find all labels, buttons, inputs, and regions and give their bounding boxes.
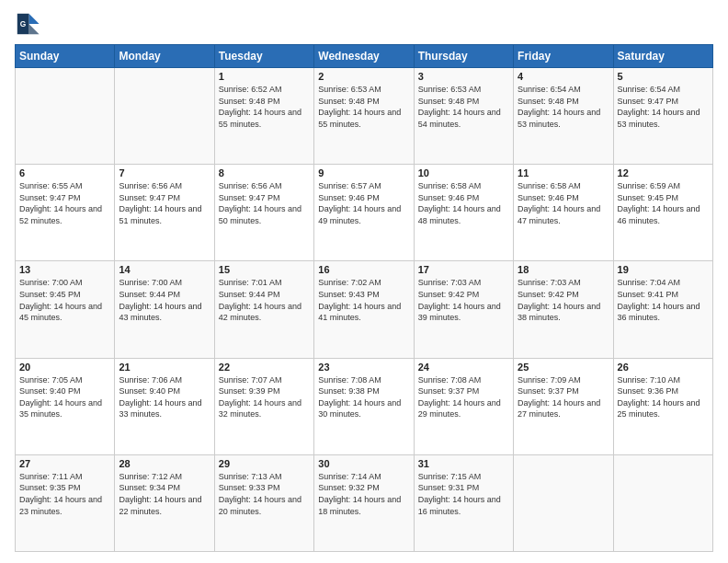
calendar-week-2: 6Sunrise: 6:55 AMSunset: 9:47 PMDaylight… xyxy=(16,165,713,261)
day-number: 29 xyxy=(219,458,310,469)
cell-info: Sunrise: 6:54 AMSunset: 9:48 PMDaylight:… xyxy=(518,84,609,130)
calendar-cell: 23Sunrise: 7:08 AMSunset: 9:38 PMDayligh… xyxy=(314,358,414,454)
day-number: 19 xyxy=(618,264,709,275)
page: G SundayMondayTuesdayWednesdayThursdayFr… xyxy=(0,0,728,563)
cell-info: Sunrise: 7:10 AMSunset: 9:36 PMDaylight:… xyxy=(618,374,709,420)
calendar-cell: 5Sunrise: 6:54 AMSunset: 9:47 PMDaylight… xyxy=(613,68,712,165)
day-number: 11 xyxy=(518,167,609,178)
day-number: 1 xyxy=(219,71,310,82)
day-number: 31 xyxy=(418,458,509,469)
day-number: 21 xyxy=(119,362,210,373)
day-number: 8 xyxy=(219,167,310,178)
day-number: 28 xyxy=(119,458,210,469)
calendar-cell: 10Sunrise: 6:58 AMSunset: 9:46 PMDayligh… xyxy=(414,165,513,261)
day-number: 16 xyxy=(318,264,409,275)
day-number: 23 xyxy=(318,362,409,373)
calendar-cell: 26Sunrise: 7:10 AMSunset: 9:36 PMDayligh… xyxy=(613,358,712,454)
calendar-table: SundayMondayTuesdayWednesdayThursdayFrid… xyxy=(15,44,713,552)
day-number: 3 xyxy=(418,71,509,82)
weekday-tuesday: Tuesday xyxy=(214,45,313,68)
day-number: 10 xyxy=(418,167,509,178)
calendar-week-5: 27Sunrise: 7:11 AMSunset: 9:35 PMDayligh… xyxy=(16,454,713,551)
cell-info: Sunrise: 7:08 AMSunset: 9:37 PMDaylight:… xyxy=(418,374,509,420)
calendar-cell xyxy=(514,454,613,551)
cell-info: Sunrise: 6:54 AMSunset: 9:47 PMDaylight:… xyxy=(618,84,709,130)
day-number: 12 xyxy=(618,167,709,178)
calendar-cell: 2Sunrise: 6:53 AMSunset: 9:48 PMDaylight… xyxy=(314,68,414,165)
calendar-week-4: 20Sunrise: 7:05 AMSunset: 9:40 PMDayligh… xyxy=(16,358,713,454)
weekday-sunday: Sunday xyxy=(16,45,115,68)
calendar-week-1: 1Sunrise: 6:52 AMSunset: 9:48 PMDaylight… xyxy=(16,68,713,165)
cell-info: Sunrise: 6:58 AMSunset: 9:46 PMDaylight:… xyxy=(518,180,609,226)
calendar-cell: 25Sunrise: 7:09 AMSunset: 9:37 PMDayligh… xyxy=(514,358,613,454)
cell-info: Sunrise: 7:15 AMSunset: 9:31 PMDaylight:… xyxy=(418,471,509,517)
cell-info: Sunrise: 7:14 AMSunset: 9:32 PMDaylight:… xyxy=(318,471,409,517)
cell-info: Sunrise: 6:52 AMSunset: 9:48 PMDaylight:… xyxy=(219,84,310,130)
calendar-cell: 1Sunrise: 6:52 AMSunset: 9:48 PMDaylight… xyxy=(214,68,313,165)
cell-info: Sunrise: 7:08 AMSunset: 9:38 PMDaylight:… xyxy=(318,374,409,420)
calendar-cell: 7Sunrise: 6:56 AMSunset: 9:47 PMDaylight… xyxy=(115,165,214,261)
calendar-cell: 4Sunrise: 6:54 AMSunset: 9:48 PMDaylight… xyxy=(514,68,613,165)
cell-info: Sunrise: 7:00 AMSunset: 9:45 PMDaylight:… xyxy=(19,277,110,323)
day-number: 22 xyxy=(219,362,310,373)
calendar-cell xyxy=(613,454,712,551)
calendar-cell: 28Sunrise: 7:12 AMSunset: 9:34 PMDayligh… xyxy=(115,454,214,551)
cell-info: Sunrise: 6:53 AMSunset: 9:48 PMDaylight:… xyxy=(418,84,509,130)
weekday-header-row: SundayMondayTuesdayWednesdayThursdayFrid… xyxy=(16,45,713,68)
day-number: 4 xyxy=(518,71,609,82)
cell-info: Sunrise: 6:56 AMSunset: 9:47 PMDaylight:… xyxy=(119,180,210,226)
header: G xyxy=(15,11,713,37)
calendar-cell: 24Sunrise: 7:08 AMSunset: 9:37 PMDayligh… xyxy=(414,358,513,454)
cell-info: Sunrise: 6:56 AMSunset: 9:47 PMDaylight:… xyxy=(219,180,310,226)
day-number: 26 xyxy=(618,362,709,373)
calendar-cell: 21Sunrise: 7:06 AMSunset: 9:40 PMDayligh… xyxy=(115,358,214,454)
cell-info: Sunrise: 7:03 AMSunset: 9:42 PMDaylight:… xyxy=(418,277,509,323)
cell-info: Sunrise: 7:06 AMSunset: 9:40 PMDaylight:… xyxy=(119,374,210,420)
calendar-cell: 31Sunrise: 7:15 AMSunset: 9:31 PMDayligh… xyxy=(414,454,513,551)
weekday-wednesday: Wednesday xyxy=(314,45,414,68)
cell-info: Sunrise: 7:04 AMSunset: 9:41 PMDaylight:… xyxy=(618,277,709,323)
weekday-saturday: Saturday xyxy=(613,45,712,68)
calendar-header: SundayMondayTuesdayWednesdayThursdayFrid… xyxy=(16,45,713,68)
svg-text:G: G xyxy=(20,19,27,29)
cell-info: Sunrise: 6:55 AMSunset: 9:47 PMDaylight:… xyxy=(19,180,110,226)
svg-marker-1 xyxy=(28,24,39,34)
calendar-cell xyxy=(115,68,214,165)
cell-info: Sunrise: 7:05 AMSunset: 9:40 PMDaylight:… xyxy=(19,374,110,420)
day-number: 24 xyxy=(418,362,509,373)
calendar-cell: 20Sunrise: 7:05 AMSunset: 9:40 PMDayligh… xyxy=(16,358,115,454)
cell-info: Sunrise: 7:00 AMSunset: 9:44 PMDaylight:… xyxy=(119,277,210,323)
cell-info: Sunrise: 7:12 AMSunset: 9:34 PMDaylight:… xyxy=(119,471,210,517)
calendar-cell: 3Sunrise: 6:53 AMSunset: 9:48 PMDaylight… xyxy=(414,68,513,165)
day-number: 7 xyxy=(119,167,210,178)
calendar-cell: 22Sunrise: 7:07 AMSunset: 9:39 PMDayligh… xyxy=(214,358,313,454)
cell-info: Sunrise: 6:53 AMSunset: 9:48 PMDaylight:… xyxy=(318,84,409,130)
weekday-monday: Monday xyxy=(115,45,214,68)
day-number: 5 xyxy=(618,71,709,82)
day-number: 17 xyxy=(418,264,509,275)
cell-info: Sunrise: 6:57 AMSunset: 9:46 PMDaylight:… xyxy=(318,180,409,226)
day-number: 20 xyxy=(19,362,110,373)
weekday-friday: Friday xyxy=(514,45,613,68)
day-number: 13 xyxy=(19,264,110,275)
cell-info: Sunrise: 6:58 AMSunset: 9:46 PMDaylight:… xyxy=(418,180,509,226)
cell-info: Sunrise: 7:13 AMSunset: 9:33 PMDaylight:… xyxy=(219,471,310,517)
calendar-cell: 19Sunrise: 7:04 AMSunset: 9:41 PMDayligh… xyxy=(613,261,712,358)
day-number: 2 xyxy=(318,71,409,82)
day-number: 14 xyxy=(119,264,210,275)
day-number: 30 xyxy=(318,458,409,469)
logo: G xyxy=(15,11,42,37)
cell-info: Sunrise: 7:07 AMSunset: 9:39 PMDaylight:… xyxy=(219,374,310,420)
day-number: 9 xyxy=(318,167,409,178)
calendar-cell: 8Sunrise: 6:56 AMSunset: 9:47 PMDaylight… xyxy=(214,165,313,261)
day-number: 18 xyxy=(518,264,609,275)
cell-info: Sunrise: 7:02 AMSunset: 9:43 PMDaylight:… xyxy=(318,277,409,323)
cell-info: Sunrise: 7:11 AMSunset: 9:35 PMDaylight:… xyxy=(19,471,110,517)
calendar-cell: 15Sunrise: 7:01 AMSunset: 9:44 PMDayligh… xyxy=(214,261,313,358)
calendar-cell: 11Sunrise: 6:58 AMSunset: 9:46 PMDayligh… xyxy=(514,165,613,261)
calendar-cell: 27Sunrise: 7:11 AMSunset: 9:35 PMDayligh… xyxy=(16,454,115,551)
calendar-cell: 13Sunrise: 7:00 AMSunset: 9:45 PMDayligh… xyxy=(16,261,115,358)
cell-info: Sunrise: 7:09 AMSunset: 9:37 PMDaylight:… xyxy=(518,374,609,420)
calendar-cell: 12Sunrise: 6:59 AMSunset: 9:45 PMDayligh… xyxy=(613,165,712,261)
cell-info: Sunrise: 6:59 AMSunset: 9:45 PMDaylight:… xyxy=(618,180,709,226)
